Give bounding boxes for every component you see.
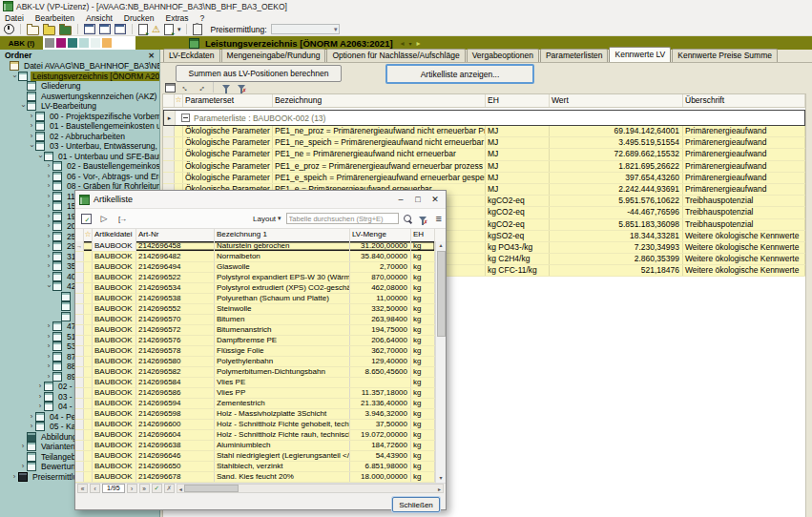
column-header-eh[interactable]: EH <box>411 229 435 241</box>
favorite-star-icon[interactable]: ☆ <box>84 229 93 241</box>
layout-dropdown[interactable]: Layout ▾ <box>253 215 281 223</box>
column-header-artnr[interactable]: Art-Nr <box>136 229 215 241</box>
article-row[interactable]: BAUBOOK2142696538Polyurethan (Schaum und… <box>75 294 435 304</box>
next-page-button[interactable]: › <box>127 484 137 493</box>
color-swatch[interactable] <box>45 38 54 48</box>
article-row[interactable]: BAUBOOK2142696638Aluminiumblech184,72600… <box>75 441 435 451</box>
favorite-star-icon[interactable]: ☆ <box>175 94 183 107</box>
column-header-bezeichnung1[interactable]: Bezeichnung 1 <box>215 229 350 241</box>
column-header-wert[interactable]: Wert <box>550 94 683 107</box>
tree-item[interactable]: ›Leistungsverzeichnis [ÖNORM A2063:2021] <box>0 72 159 82</box>
scrollbar-thumb[interactable] <box>184 485 239 492</box>
window-view-icon[interactable] <box>84 24 95 34</box>
menu-item-extras[interactable]: Extras <box>166 13 189 23</box>
scroll-up-icon[interactable]: ▴ <box>439 241 442 250</box>
article-row[interactable]: BAUBOOK2142696584Vlies PEkg <box>75 378 435 388</box>
filter-icon[interactable] <box>222 85 230 90</box>
menu-item-bearbeiten[interactable]: Bearbeiten <box>35 13 74 23</box>
chevron-collapsed-icon[interactable]: › <box>45 242 52 250</box>
table-row[interactable]: Ökologische ParameterPE1_ne = Primärener… <box>163 149 805 160</box>
article-row[interactable]: BAUBOOK2142696578Flüssige Folie362,70000… <box>75 346 435 357</box>
chevron-collapsed-icon[interactable]: › <box>45 182 52 190</box>
clipboard-icon[interactable] <box>193 24 202 35</box>
tree-item[interactable]: ›02 - Baustellengemeinkosten <box>0 161 159 172</box>
column-header-eh[interactable]: EH <box>486 94 550 107</box>
tree-item[interactable]: ›LV-Bearbeitung <box>0 101 159 112</box>
minimize-icon[interactable]: – <box>394 195 407 204</box>
chevron-collapsed-icon[interactable]: › <box>45 322 52 330</box>
chevron-collapsed-icon[interactable]: › <box>19 443 27 450</box>
chevron-collapsed-icon[interactable]: › <box>45 342 52 350</box>
chevron-collapsed-icon[interactable]: › <box>45 253 52 260</box>
chevron-collapsed-icon[interactable]: › <box>28 413 35 421</box>
chevron-collapsed-icon[interactable]: › <box>45 373 52 381</box>
table-row[interactable]: Ökologische ParameterPE1_ne_proz = Primä… <box>163 126 805 137</box>
chevron-collapsed-icon[interactable]: › <box>28 113 35 120</box>
dropdown-caret-icon[interactable]: ▾ <box>177 26 181 33</box>
filter-remove-icon[interactable] <box>238 85 245 90</box>
group-row[interactable]: ▸ Parameterliste : BAUBOOK-002 (13) <box>163 110 805 126</box>
search-icon[interactable] <box>404 215 411 222</box>
tree-item[interactable]: ›03 - Unterbau, Entwässerung, SFE-Baut <box>0 141 159 152</box>
first-page-button[interactable]: « <box>77 484 88 493</box>
color-swatch[interactable] <box>68 38 77 48</box>
menu-item-ansicht[interactable]: Ansicht <box>86 13 113 23</box>
tab-vergabeoptionen[interactable]: Vergabeoptionen <box>467 49 539 62</box>
close-icon[interactable]: ✕ <box>428 195 442 204</box>
collapse-group-icon[interactable] <box>181 114 190 122</box>
chevron-collapsed-icon[interactable]: › <box>19 463 27 470</box>
tab-kennwerte-preise-summe[interactable]: Kennwerte Preise Summe <box>672 49 778 62</box>
table-row[interactable]: Ökologische ParameterPE1_ne_speich = Pri… <box>163 137 805 149</box>
scroll-right-icon[interactable]: ▸ <box>436 486 443 492</box>
article-row[interactable]: BAUBOOK2142696494Glaswolle2,70000kg <box>75 262 435 273</box>
color-swatch[interactable] <box>79 38 89 48</box>
nav-forward-icon[interactable]: ▸ <box>417 39 421 48</box>
tab-parameterlisten[interactable]: Parameterlisten <box>540 49 609 62</box>
chevron-collapsed-icon[interactable]: › <box>36 403 44 410</box>
table-search-input[interactable] <box>286 213 399 224</box>
chevron-collapsed-icon[interactable]: › <box>45 262 52 270</box>
article-row[interactable]: BAUBOOK2142696598Holz - Massivholzplatte… <box>75 409 435 420</box>
chevron-collapsed-icon[interactable]: › <box>45 233 52 240</box>
tree-item[interactable]: ›01 - Unterbau und SFE-Bautechnik <box>0 152 159 162</box>
tree-item[interactable]: ›02 - Abbrucharbeiten <box>0 132 159 142</box>
open-folder-icon[interactable] <box>27 26 39 35</box>
chevron-collapsed-icon[interactable]: › <box>45 162 52 170</box>
maximize-icon[interactable]: □ <box>411 195 425 204</box>
chevron-collapsed-icon[interactable]: › <box>28 122 35 130</box>
window-cascade-icon[interactable] <box>115 24 126 34</box>
open-article-icon[interactable]: ▷ <box>97 212 111 225</box>
chevron-collapsed-icon[interactable]: › <box>45 273 52 280</box>
article-row[interactable]: BAUBOOK2142696600Holz - Schnittholz Fich… <box>75 420 435 430</box>
color-swatch[interactable] <box>102 38 112 48</box>
chevron-collapsed-icon[interactable]: › <box>45 222 52 230</box>
chevron-collapsed-icon[interactable]: › <box>36 393 44 401</box>
chevron-collapsed-icon[interactable]: › <box>28 423 35 430</box>
article-row[interactable]: BAUBOOK2142696570Bitumen263,98400kg <box>75 315 435 325</box>
column-header-ueberschrift[interactable]: Überschrift <box>683 94 805 107</box>
prev-page-button[interactable]: ‹ <box>90 484 100 493</box>
chevron-collapsed-icon[interactable]: › <box>28 133 35 140</box>
tab-lv-eckdaten[interactable]: LV-Eckdaten <box>163 49 220 62</box>
exit-icon[interactable]: [→ <box>115 212 129 225</box>
chevron-expanded-icon[interactable]: › <box>10 72 18 80</box>
color-swatch[interactable] <box>91 38 100 48</box>
nav-back-icon[interactable]: ◂ <box>401 39 405 48</box>
article-row[interactable]: BAUBOOK2142696604Holz - Schnittholz Fich… <box>75 430 435 441</box>
vertical-scrollbar[interactable]: ▴ ▾ <box>435 241 446 483</box>
table-row[interactable]: Ökologische ParameterPE1_e_speich = Prim… <box>163 173 805 184</box>
last-page-button[interactable]: » <box>139 484 150 493</box>
chevron-collapsed-icon[interactable]: › <box>10 473 18 481</box>
filter-remove-icon[interactable] <box>419 217 427 221</box>
menu-item-[interactable]: ? <box>200 13 205 23</box>
article-row[interactable]: BAUBOOK2142696534Polystyrol extrudiert (… <box>75 283 435 294</box>
export-document-icon[interactable] <box>138 24 148 35</box>
folder-edit-icon[interactable] <box>43 26 55 35</box>
expand-all-icon[interactable]: ↔ <box>179 81 192 93</box>
schliessen-button[interactable]: Schließen <box>392 497 440 512</box>
tree-item[interactable]: Datei AVAAG\NB_BAHNHOF_BA3\NB_BHF_BA3_OE… <box>0 61 159 72</box>
article-row[interactable]: BAUBOOK2142696594Zementestrich21.336,400… <box>75 399 435 409</box>
clock-icon[interactable] <box>4 24 14 34</box>
article-row[interactable]: →BAUBOOK2142696458Naturstein gebrochen31… <box>75 241 435 252</box>
article-row[interactable]: BAUBOOK2142696586Vlies PP11.357,18000kg <box>75 388 435 399</box>
